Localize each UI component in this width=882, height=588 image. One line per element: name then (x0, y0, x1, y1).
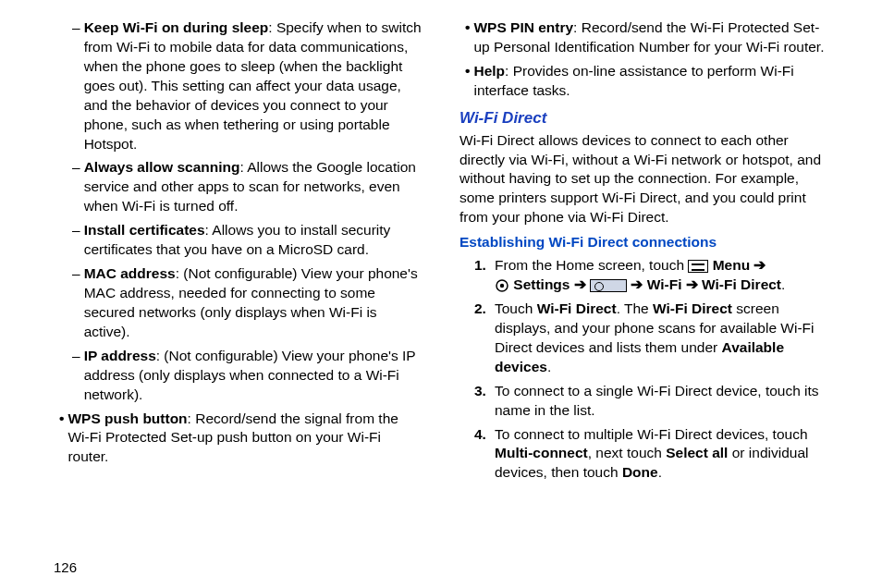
text: Touch (495, 300, 537, 316)
bullet-list: •WPS push button: Record/send the signal… (54, 410, 423, 468)
bullet-marker: • (59, 410, 64, 468)
section-heading-wifi-direct: Wi-Fi Direct (459, 108, 828, 129)
bold-text: Wi-Fi Direct (653, 300, 732, 316)
bold-text: Multi-connect (495, 445, 588, 460)
arrow-icon: ➔ (686, 276, 698, 292)
arrow-icon: ➔ (753, 257, 766, 273)
item-title: WPS PIN entry (473, 19, 573, 35)
step-body: Touch Wi-Fi Direct. The Wi-Fi Direct scr… (495, 300, 828, 377)
item-body: MAC address: (Not configurable) View you… (84, 264, 423, 342)
item-title: WPS push button (67, 410, 187, 426)
bullet-item: •Help: Provides on-line assistance to pe… (459, 62, 828, 101)
text: , next touch (588, 445, 666, 460)
item-title: IP address (84, 348, 156, 363)
step-number: 4. (474, 425, 495, 484)
connections-icon (590, 279, 627, 292)
text: . The (617, 300, 653, 316)
arrow-icon: ➔ (574, 276, 586, 292)
wifi-direct-intro: Wi-Fi Direct allows devices to connect t… (459, 131, 828, 228)
bold-text: Done (622, 464, 658, 480)
step-number: 1. (474, 256, 495, 295)
text: To connect to multiple Wi-Fi Direct devi… (495, 426, 808, 442)
dash-marker: – (72, 18, 80, 153)
dash-item: –Install certificates: Allows you to ins… (54, 221, 423, 260)
item-text: : Specify when to switch from Wi-Fi to m… (84, 19, 422, 152)
menu-label: Menu (708, 257, 753, 273)
right-column: •WPS PIN entry: Record/send the Wi-Fi Pr… (459, 18, 828, 487)
step-body: From the Home screen, touch Menu ➔ Setti… (495, 256, 828, 295)
wifi-direct-label: Wi-Fi Direct (698, 276, 781, 292)
two-column-layout: –Keep Wi-Fi on during sleep: Specify whe… (54, 18, 828, 487)
manual-page: –Keep Wi-Fi on during sleep: Specify whe… (0, 0, 882, 588)
subsection-heading-establishing: Establishing Wi-Fi Direct connections (459, 233, 828, 252)
dash-marker: – (72, 158, 80, 216)
item-body: WPS PIN entry: Record/send the Wi-Fi Pro… (473, 18, 828, 57)
dash-marker: – (72, 347, 80, 405)
bullet-marker: • (465, 62, 470, 101)
item-title: Keep Wi-Fi on during sleep (84, 19, 269, 35)
bullet-item: •WPS PIN entry: Record/send the Wi-Fi Pr… (459, 18, 828, 57)
item-body: Always allow scanning: Allows the Google… (84, 158, 423, 216)
dash-item: –IP address: (Not configurable) View you… (54, 347, 423, 405)
text: . (547, 359, 551, 374)
text: . (658, 464, 662, 480)
dash-marker: – (72, 264, 80, 342)
arrow-icon: ➔ (631, 276, 643, 292)
bullet-item: •WPS push button: Record/send the signal… (54, 410, 423, 468)
settings-icon (495, 278, 509, 293)
dash-item: –MAC address: (Not configurable) View yo… (54, 264, 423, 342)
settings-label: Settings (509, 276, 574, 292)
step-2: 2. Touch Wi-Fi Direct. The Wi-Fi Direct … (459, 300, 828, 377)
dash-item: –Keep Wi-Fi on during sleep: Specify whe… (54, 18, 423, 153)
step-body: To connect to multiple Wi-Fi Direct devi… (495, 425, 828, 484)
bullet-list: •WPS PIN entry: Record/send the Wi-Fi Pr… (459, 18, 828, 101)
item-title: MAC address (84, 265, 176, 281)
step-4: 4. To connect to multiple Wi-Fi Direct d… (459, 425, 828, 484)
step-body: To connect to a single Wi-Fi Direct devi… (495, 382, 828, 421)
step-3: 3. To connect to a single Wi-Fi Direct d… (459, 382, 828, 421)
bullet-marker: • (465, 18, 470, 57)
item-title: Install certificates (84, 222, 205, 238)
dash-marker: – (72, 221, 80, 260)
menu-icon (688, 260, 708, 273)
page-number: 126 (54, 559, 77, 575)
step-1: 1. From the Home screen, touch Menu ➔ Se… (459, 256, 828, 295)
step-number: 3. (474, 382, 495, 421)
item-title: Help (473, 63, 505, 79)
left-column: –Keep Wi-Fi on during sleep: Specify whe… (54, 18, 423, 487)
bold-text: Select all (666, 445, 728, 460)
bold-text: Wi-Fi Direct (537, 300, 617, 316)
item-body: IP address: (Not configurable) View your… (84, 347, 423, 405)
dash-item: –Always allow scanning: Allows the Googl… (54, 158, 423, 216)
item-body: Help: Provides on-line assistance to per… (473, 62, 828, 101)
text: From the Home screen, touch (495, 257, 688, 273)
item-body: Install certificates: Allows you to inst… (84, 221, 423, 260)
svg-point-1 (500, 284, 504, 288)
item-title: Always allow scanning (84, 159, 240, 175)
step-number: 2. (474, 300, 495, 377)
wifi-label: Wi-Fi (643, 276, 685, 292)
item-body: WPS push button: Record/send the signal … (67, 410, 423, 468)
dash-list: –Keep Wi-Fi on during sleep: Specify whe… (54, 18, 423, 405)
item-body: Keep Wi-Fi on during sleep: Specify when… (84, 18, 423, 153)
item-text: : Provides on-line assistance to perform… (473, 63, 793, 98)
